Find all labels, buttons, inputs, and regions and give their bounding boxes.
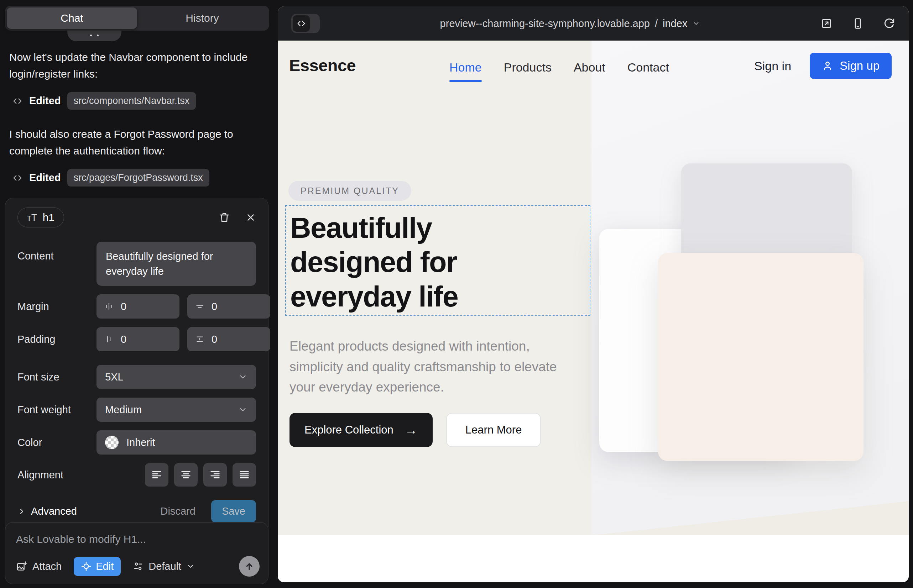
color-select[interactable]: Inherit	[97, 430, 256, 454]
hero-headline[interactable]: Beautifully designed for everyday life	[286, 206, 590, 313]
padding-y-value: 0	[212, 333, 217, 345]
align-justify-button[interactable]	[233, 463, 256, 486]
hero-cta-group: Explore Collection → Learn More	[290, 413, 541, 447]
content-textarea[interactable]: Beautifully designed for everyday life	[97, 242, 256, 286]
chat-input[interactable]: Ask Lovable to modify H1...	[16, 533, 257, 545]
dot-icon	[97, 34, 99, 36]
element-tag: h1	[43, 212, 55, 223]
default-label: Default	[149, 561, 181, 572]
mobile-view-button[interactable]	[852, 18, 864, 29]
margin-x-input[interactable]: 0	[97, 294, 180, 318]
chat-history-tabs: Chat History	[5, 6, 269, 31]
nav-link-about[interactable]: About	[574, 60, 605, 82]
attach-label: Attach	[32, 561, 62, 572]
nav-link-home[interactable]: Home	[449, 60, 482, 82]
url-host: preview--charming-site-symphony.lovable.…	[440, 18, 650, 29]
sign-up-button[interactable]: Sign up	[810, 53, 892, 79]
element-type-pill: тT h1	[18, 207, 64, 228]
font-size-select[interactable]: 5XL	[97, 365, 256, 389]
edit-mode-button[interactable]: Edit	[74, 557, 121, 576]
preview-panel: preview--charming-site-symphony.lovable.…	[278, 6, 909, 582]
edited-file-row[interactable]: Edited src/components/Navbar.tsx	[12, 92, 265, 110]
open-in-new-tab-button[interactable]	[821, 18, 832, 29]
h1-selection-outline[interactable]: Beautifully designed for everyday life	[285, 205, 590, 316]
tab-history[interactable]: History	[137, 8, 267, 29]
margin-x-value: 0	[121, 301, 126, 312]
preview-topbar: preview--charming-site-symphony.lovable.…	[278, 6, 909, 40]
padding-x-value: 0	[121, 333, 126, 345]
image-plus-icon	[16, 561, 28, 572]
cta-secondary-label: Learn More	[465, 423, 522, 436]
color-swatch-icon	[105, 436, 118, 449]
preview-url[interactable]: preview--charming-site-symphony.lovable.…	[320, 18, 821, 29]
trash-icon[interactable]	[218, 212, 230, 223]
nav-link-contact[interactable]: Contact	[627, 60, 669, 82]
padding-row: Padding 0 0	[18, 327, 256, 351]
chevron-right-icon	[18, 507, 26, 516]
margin-y-input[interactable]: 0	[187, 294, 270, 318]
url-separator: /	[655, 18, 658, 29]
discard-button[interactable]: Discard	[160, 506, 196, 517]
font-weight-label: Font weight	[18, 404, 97, 416]
chat-messages: Now let's update the Navbar component to…	[5, 49, 269, 186]
alignment-label: Alignment	[18, 469, 97, 481]
padding-y-input[interactable]: 0	[187, 327, 270, 351]
padding-label: Padding	[18, 333, 97, 345]
font-weight-row: Font weight Medium	[18, 397, 256, 422]
advanced-toggle[interactable]: Advanced	[18, 506, 77, 517]
hero-description: Elegant products designed with intention…	[290, 336, 585, 397]
save-button[interactable]: Save	[211, 500, 256, 522]
tab-chat[interactable]: Chat	[7, 8, 137, 29]
alignment-row: Alignment	[18, 463, 256, 486]
file-chip[interactable]: src/pages/ForgotPassword.tsx	[67, 169, 209, 186]
align-center-button[interactable]	[174, 463, 197, 486]
color-row: Color Inherit	[18, 430, 256, 454]
margin-row: Margin 0 0	[18, 294, 256, 318]
site-navbar: Essence Home Products About Contact Sign…	[278, 40, 909, 97]
typography-icon: тT	[27, 212, 37, 223]
code-icon[interactable]	[293, 15, 310, 32]
chat-toolbar: Attach Edit Default	[16, 556, 260, 577]
code-icon	[12, 96, 23, 107]
url-path: index	[663, 18, 687, 29]
padding-vertical-icon	[195, 334, 204, 344]
chevron-down-icon	[692, 19, 700, 27]
align-right-button[interactable]	[203, 463, 227, 486]
headline-line: designed for	[290, 245, 590, 279]
nav-link-products[interactable]: Products	[504, 60, 552, 82]
person-icon	[822, 60, 833, 71]
explore-collection-button[interactable]: Explore Collection →	[290, 413, 433, 447]
font-size-label: Font size	[18, 371, 97, 383]
element-editor-panel: тT h1 Content Beautifully designed for e…	[5, 198, 269, 533]
crosshair-icon	[81, 561, 92, 572]
font-weight-select[interactable]: Medium	[97, 397, 256, 422]
attach-button[interactable]: Attach	[16, 561, 62, 572]
sign-in-link[interactable]: Sign in	[754, 59, 791, 73]
align-left-button[interactable]	[145, 463, 168, 486]
color-label: Color	[18, 437, 97, 449]
advanced-label: Advanced	[31, 506, 77, 517]
edit-label: Edit	[96, 561, 113, 572]
file-chip[interactable]: src/components/Navbar.tsx	[67, 92, 196, 110]
sign-up-label: Sign up	[840, 59, 879, 73]
font-size-value: 5XL	[105, 371, 123, 383]
margin-y-value: 0	[212, 301, 217, 312]
site-nav-links: Home Products About Contact	[449, 60, 669, 82]
headline-line: everyday life	[290, 279, 590, 313]
code-preview-toggle[interactable]	[291, 14, 320, 33]
headline-line: Beautifully	[290, 211, 590, 245]
margin-horizontal-icon	[104, 302, 113, 311]
dot-icon	[90, 34, 92, 36]
edited-file-row[interactable]: Edited src/pages/ForgotPassword.tsx	[12, 169, 265, 186]
content-label: Content	[18, 242, 97, 262]
model-selector[interactable]: Default	[133, 561, 195, 572]
send-button[interactable]	[239, 556, 260, 577]
margin-label: Margin	[18, 301, 97, 312]
padding-x-input[interactable]: 0	[97, 327, 180, 351]
chevron-down-icon	[238, 405, 248, 414]
site-logo[interactable]: Essence	[289, 55, 356, 75]
learn-more-button[interactable]: Learn More	[446, 413, 541, 447]
refresh-button[interactable]	[883, 18, 895, 29]
close-icon[interactable]	[245, 212, 256, 223]
margin-vertical-icon	[195, 302, 204, 311]
